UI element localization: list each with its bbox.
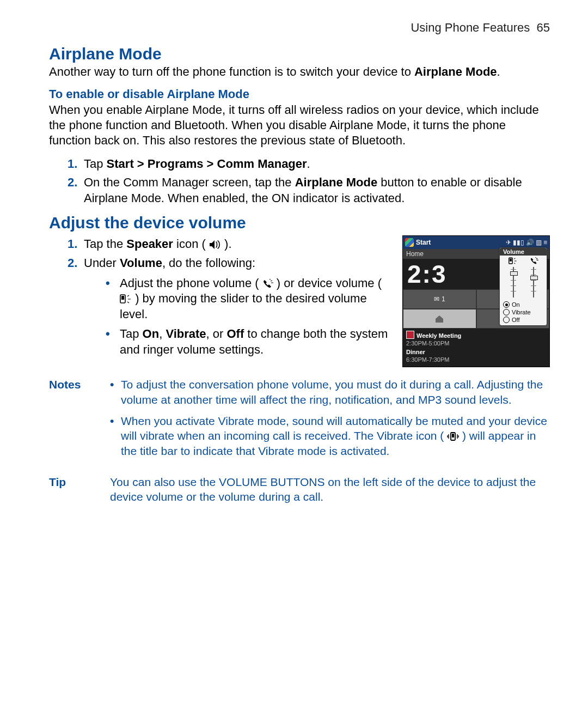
volume-popup-title: Volume [500,248,547,256]
text: icon ( [173,237,209,251]
text: To adjust the conversation phone volume,… [121,378,543,405]
text: ) or device volume ( [277,276,382,290]
device-calendar: Weekly Meeting 2:30PM-5:00PM Dinner 6:30… [403,329,549,367]
text: , do the following: [162,256,255,270]
text-bold: Off [226,327,244,341]
text: You can also use the VOLUME BUTTONS on t… [110,476,536,503]
heading-adjust-volume: Adjust the device volume [49,214,550,232]
step-number: 1. [68,236,77,252]
radio-icon [503,301,510,308]
airplane-intro: Another way to turn off the phone functi… [49,64,550,80]
text: Tap [84,157,107,171]
step-number: 2. [68,175,77,191]
home-icon [434,314,444,323]
mail-count: 1 [442,295,445,303]
device-volume-slider[interactable] [510,266,517,299]
radio-icon [503,317,510,323]
text: , or [206,327,227,341]
radio-label: Vibrate [512,309,531,315]
speaker-titlebar-icon: 🔊 [526,239,534,246]
phone-volume-slider[interactable] [530,266,537,299]
text-bold: Vibrate [166,327,206,341]
volume-bullets: Adjust the phone volume ( ) or device vo… [106,276,393,358]
clock-digits: 2:3 [403,262,446,287]
notes-label: Notes [49,377,99,464]
tip-label: Tip [49,475,99,505]
home-label: Home [406,250,424,258]
note-item: To adjust the conversation phone volume,… [110,377,550,407]
text: Another way to turn off the phone functi… [49,65,414,78]
bullet: Adjust the phone volume ( ) or device vo… [106,276,393,323]
text-bold: Volume [120,256,162,270]
text-bold: Airplane Mode [414,65,497,78]
step: 2. On the Comm Manager screen, tap the A… [68,175,550,206]
event-time: 2:30PM-5:00PM [406,340,449,347]
airplane-desc: When you enable Airplane Mode, it turns … [49,102,550,148]
notes-content: To adjust the conversation phone volume,… [110,377,550,464]
airplane-steps: 1. Tap Start > Programs > Comm Manager. … [68,156,550,206]
text: Tap [120,327,143,341]
volume-radio-off[interactable]: Off [500,316,547,325]
radio-label: On [512,301,520,308]
text: , [159,327,166,341]
subheading-airplane-enable: To enable or disable Airplane Mode [49,87,550,101]
bullet: Tap On, Vibrate, or Off to change both t… [106,326,393,357]
text-bold: Airplane Mode [295,175,378,189]
signal-icon: ▮▮▯ [513,239,524,246]
section-name: Using Phone Features [411,21,530,34]
heading-airplane-mode: Airplane Mode [49,45,550,63]
popup-phone-volume-icon [530,257,538,265]
step: 1. Tap the Speaker icon ( ). [68,236,393,252]
softkey-home [403,309,476,329]
step-number: 1. [68,156,77,172]
tip-content: You can also use the VOLUME BUTTONS on t… [110,475,550,505]
speaker-icon [209,240,221,250]
manual-page: Using Phone Features 65 Airplane Mode An… [0,0,588,723]
text: . [497,65,500,78]
event-time: 6:30PM-7:30PM [406,356,449,363]
windows-flag-icon [405,238,414,247]
phone-volume-icon [262,279,273,289]
running-header: Using Phone Features 65 [49,21,550,35]
text: Adjust the phone volume ( [120,276,262,290]
note-item: When you activate Vibrate mode, sound wi… [110,414,550,458]
calendar-icon [406,331,414,339]
radio-label: Off [512,317,519,323]
text-bold: Speaker [126,237,173,251]
text: Tap the [84,237,126,251]
text: ) by moving the slider to the desired vo… [120,291,367,321]
volume-radio-vibrate[interactable]: Vibrate [500,308,547,316]
radio-off-icon: ✈ [506,239,511,246]
calendar-entry: Weekly Meeting 2:30PM-5:00PM [406,331,546,348]
vibrate-icon [447,432,459,441]
tip-block: Tip You can also use the VOLUME BUTTONS … [49,475,550,505]
device-volume-icon [120,294,132,304]
event-title: Dinner [406,349,425,355]
volume-radio-on[interactable]: On [500,301,547,308]
titlebar-start-label: Start [416,239,431,246]
step-number: 2. [68,256,77,271]
step: 2. Under Volume, do the following: Adjus… [68,256,393,358]
softkey-mail: ✉ 1 [403,289,476,309]
volume-popup: Volume On [499,247,547,326]
radio-icon [503,309,510,315]
text: . [307,157,310,171]
text-bold: Start > Programs > Comm Manager [107,157,307,171]
popup-device-volume-icon [509,257,517,265]
text: On the Comm Manager screen, tap the [84,175,295,189]
event-title: Weekly Meeting [416,332,461,339]
titlebar-system-icons: ✈ ▮▮▯ 🔊 ▥ ≡ [506,239,547,246]
ok-icon: ≡ [543,239,547,246]
device-screenshot: Start ✈ ▮▮▯ 🔊 ▥ ≡ Home /07 2:3 [402,235,550,367]
svg-rect-14 [452,434,454,438]
svg-rect-1 [121,296,124,300]
notes-block: Notes To adjust the conversation phone v… [49,377,550,464]
volume-steps: 1. Tap the Speaker icon ( ). 2. Under Vo… [68,236,393,357]
page-number: 65 [537,21,550,34]
calendar-entry: Dinner 6:30PM-7:30PM [406,349,546,364]
text: Under [84,256,120,270]
svg-rect-12 [510,259,512,262]
volume-two-column: 1. Tap the Speaker icon ( ). 2. Under Vo… [49,233,550,367]
battery-icon: ▥ [536,239,542,246]
step: 1. Tap Start > Programs > Comm Manager. [68,156,550,172]
